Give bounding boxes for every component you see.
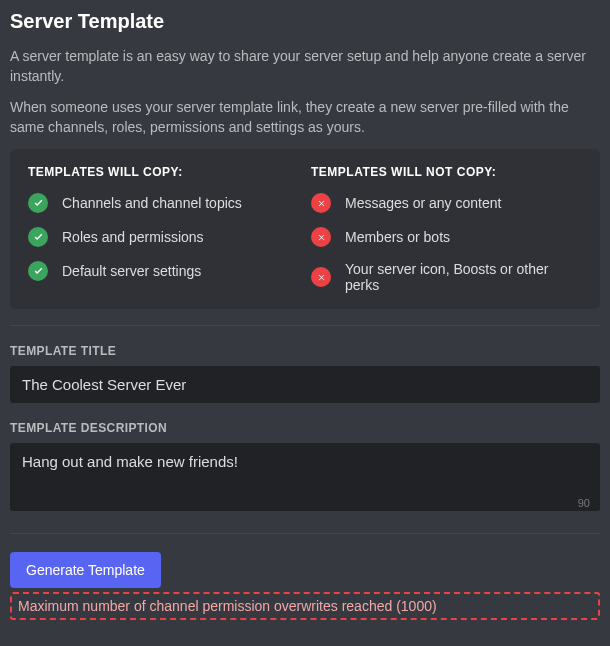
template-description-label: TEMPLATE DESCRIPTION bbox=[10, 421, 600, 435]
section-divider bbox=[10, 533, 600, 534]
will-not-copy-column: TEMPLATES WILL NOT COPY: Messages or any… bbox=[311, 165, 582, 293]
will-copy-item: Channels and channel topics bbox=[28, 193, 299, 213]
will-copy-title: TEMPLATES WILL COPY: bbox=[28, 165, 299, 179]
description-char-counter: 90 bbox=[578, 497, 590, 509]
will-copy-column: TEMPLATES WILL COPY: Channels and channe… bbox=[28, 165, 299, 293]
copy-info-panel: TEMPLATES WILL COPY: Channels and channe… bbox=[10, 149, 600, 309]
check-icon bbox=[28, 261, 48, 281]
section-divider bbox=[10, 325, 600, 326]
intro-paragraph-2: When someone uses your server template l… bbox=[10, 98, 600, 137]
will-not-copy-item: Messages or any content bbox=[311, 193, 582, 213]
cross-icon bbox=[311, 227, 331, 247]
check-icon bbox=[28, 193, 48, 213]
template-title-input[interactable] bbox=[10, 366, 600, 403]
will-not-copy-item-label: Messages or any content bbox=[345, 195, 501, 211]
will-copy-item-label: Roles and permissions bbox=[62, 229, 204, 245]
will-not-copy-title: TEMPLATES WILL NOT COPY: bbox=[311, 165, 582, 179]
cross-icon bbox=[311, 193, 331, 213]
will-copy-item: Roles and permissions bbox=[28, 227, 299, 247]
template-description-input[interactable] bbox=[10, 443, 600, 511]
check-icon bbox=[28, 227, 48, 247]
will-copy-item: Default server settings bbox=[28, 261, 299, 281]
intro-paragraph-1: A server template is an easy way to shar… bbox=[10, 47, 600, 86]
will-not-copy-item: Members or bots bbox=[311, 227, 582, 247]
will-not-copy-item-label: Members or bots bbox=[345, 229, 450, 245]
page-title: Server Template bbox=[10, 10, 600, 33]
will-not-copy-item-label: Your server icon, Boosts or other perks bbox=[345, 261, 582, 293]
will-not-copy-item: Your server icon, Boosts or other perks bbox=[311, 261, 582, 293]
error-message: Maximum number of channel permission ove… bbox=[10, 592, 600, 620]
cross-icon bbox=[311, 267, 331, 287]
will-copy-item-label: Default server settings bbox=[62, 263, 201, 279]
template-title-label: TEMPLATE TITLE bbox=[10, 344, 600, 358]
generate-template-button[interactable]: Generate Template bbox=[10, 552, 161, 588]
will-copy-item-label: Channels and channel topics bbox=[62, 195, 242, 211]
